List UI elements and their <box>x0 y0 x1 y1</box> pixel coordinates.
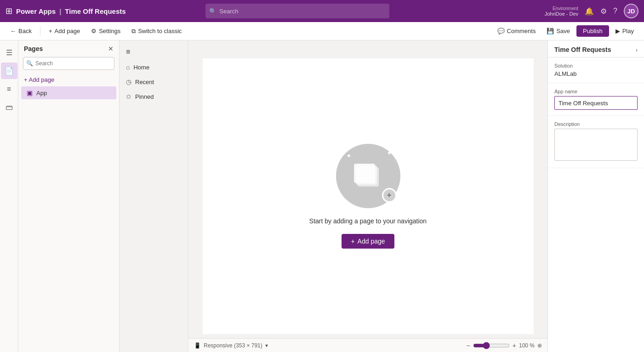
top-nav-right: Environment JohnDoe - Dev 🔔 ⚙ ? JD <box>545 4 638 18</box>
preview-nav-pinned[interactable]: ✩ Pinned <box>120 89 188 104</box>
icon-sidebar: ☰ 📄 ≡ 🗃 <box>0 40 18 352</box>
pages-stack-icon <box>350 158 387 194</box>
solution-value: ALMLab <box>554 70 638 77</box>
environment-label: Environment <box>553 6 578 11</box>
play-icon: ▶ <box>616 28 620 34</box>
grid-icon[interactable]: ⊞ <box>6 6 12 16</box>
pages-panel: Pages ✕ 🔍 + Add page ▣ App ••• <box>18 40 120 352</box>
preview-nav-recent-label: Recent <box>135 79 154 85</box>
back-icon: ← <box>10 28 16 34</box>
description-textarea[interactable] <box>554 129 638 161</box>
back-button[interactable]: ← Back <box>6 26 36 36</box>
zoom-out-button[interactable]: − <box>467 342 470 349</box>
add-page-label: Add page <box>55 28 80 34</box>
environment-info: Environment JohnDoe - Dev <box>545 6 578 17</box>
zoom-controls: − + 100 % ⊕ <box>467 342 542 349</box>
sidebar-list-icon[interactable]: ≡ <box>1 81 17 97</box>
pages-panel-close-button[interactable]: ✕ <box>108 45 114 52</box>
canvas-add-icon: + <box>351 238 354 245</box>
zoom-level: 100 % <box>519 342 535 349</box>
brand-name: Power Apps <box>16 7 56 15</box>
zoom-in-button[interactable]: + <box>513 342 516 349</box>
help-icon[interactable]: ? <box>613 7 617 15</box>
canvas-add-page-button[interactable]: + Add page <box>342 234 394 249</box>
notification-icon[interactable]: 🔔 <box>585 7 594 16</box>
sparkle-tr: ✦ <box>387 149 392 157</box>
fit-icon[interactable]: ⊕ <box>537 342 542 349</box>
pages-panel-title: Pages <box>24 45 43 52</box>
comments-button[interactable]: 💬 Comments <box>493 26 541 36</box>
pages-panel-header: Pages ✕ <box>18 40 119 57</box>
zoom-slider[interactable] <box>473 342 510 349</box>
pages-search-input[interactable] <box>23 57 114 70</box>
toolbar-divider-1 <box>40 27 40 36</box>
save-label: Save <box>556 28 570 34</box>
switch-classic-button[interactable]: ⧉ Switch to classic <box>127 26 186 37</box>
settings-icon[interactable]: ⚙ <box>600 7 607 16</box>
app-name-label: App name <box>554 89 638 94</box>
brand: Power Apps | Time Off Requests <box>16 7 126 15</box>
home-icon: ⌂ <box>126 63 130 71</box>
right-panel-title: Time Off Requests <box>554 46 611 53</box>
pages-search-container: 🔍 <box>23 57 114 70</box>
search-input[interactable] <box>205 4 389 18</box>
page-item-label: App <box>36 90 101 97</box>
page-item-icon: ▣ <box>27 89 33 97</box>
preview-navigation: ≡ ⌂ Home ◷ Recent ✩ Pinned <box>120 40 188 352</box>
comments-icon: 💬 <box>497 28 505 34</box>
sidebar-nav-icon[interactable]: ☰ <box>1 44 17 61</box>
toolbar: ← Back + Add page ⚙ Settings ⧉ Switch to… <box>0 22 644 40</box>
play-button[interactable]: ▶ Play <box>611 26 638 36</box>
switch-icon: ⧉ <box>131 28 136 35</box>
right-panel-header: Time Off Requests › <box>548 40 644 57</box>
canvas-add-label: Add page <box>358 238 385 245</box>
preview-menu-icon[interactable]: ≡ <box>120 44 188 60</box>
switch-classic-label: Switch to classic <box>138 28 182 34</box>
preview-nav-pinned-label: Pinned <box>135 93 154 100</box>
play-label: Play <box>622 28 634 34</box>
canvas-inner: ✦ ✦ ✦ + Start by adding a page to your n… <box>203 58 534 334</box>
settings-button[interactable]: ⚙ Settings <box>86 26 125 36</box>
save-button[interactable]: 💾 Save <box>542 26 575 36</box>
publish-label: Publish <box>583 28 603 34</box>
canvas-area: ✦ ✦ ✦ + Start by adding a page to your n… <box>188 40 547 352</box>
settings-label: Settings <box>99 28 120 34</box>
page-item-app[interactable]: ▣ App ••• <box>21 86 116 99</box>
add-page-panel-label: + Add page <box>24 76 54 83</box>
sidebar-data-icon[interactable]: 🗃 <box>1 99 17 116</box>
publish-button[interactable]: Publish <box>576 25 609 37</box>
app-name-section: App name <box>548 83 644 116</box>
responsive-chevron[interactable]: ▾ <box>265 342 268 349</box>
save-icon: 💾 <box>547 28 554 34</box>
canvas-placeholder-icon: ✦ ✦ ✦ + <box>336 144 400 208</box>
add-page-panel-button[interactable]: + Add page <box>18 74 119 86</box>
recent-icon: ◷ <box>126 78 131 85</box>
search-container: 🔍 <box>205 4 389 18</box>
pinned-icon: ✩ <box>126 93 131 100</box>
preview-nav-home-label: Home <box>133 64 149 71</box>
responsive-indicator[interactable]: 📱 <box>194 342 201 349</box>
app-name-input[interactable] <box>554 96 638 110</box>
preview-nav-recent[interactable]: ◷ Recent <box>120 74 188 89</box>
comments-label: Comments <box>507 28 536 34</box>
description-label: Description <box>554 121 638 127</box>
search-icon: 🔍 <box>209 8 217 15</box>
right-panel-chevron-icon[interactable]: › <box>636 46 638 53</box>
responsive-label: Responsive (353 × 791) <box>204 342 262 349</box>
solution-section: Solution ALMLab <box>548 57 644 83</box>
avatar[interactable]: JD <box>624 4 638 18</box>
app-name: Time Off Requests <box>65 7 125 15</box>
brand-separator: | <box>59 7 61 15</box>
back-label: Back <box>18 28 32 34</box>
sparkle-tl: ✦ <box>346 152 352 159</box>
toolbar-right: 💬 Comments 💾 Save Publish ▶ Play <box>493 25 638 37</box>
sidebar-pages-icon[interactable]: 📄 <box>1 62 17 79</box>
canvas-plus-badge: + <box>382 188 397 203</box>
description-section: Description <box>548 116 644 168</box>
main-layout: ☰ 📄 ≡ 🗃 Pages ✕ 🔍 + Add page ▣ App ••• ≡… <box>0 40 644 352</box>
right-panel: Time Off Requests › Solution ALMLab App … <box>547 40 644 352</box>
add-page-button[interactable]: + Add page <box>44 26 85 36</box>
environment-user: JohnDoe - Dev <box>545 11 578 17</box>
canvas-prompt-text: Start by adding a page to your navigatio… <box>309 217 427 225</box>
preview-nav-home[interactable]: ⌂ Home <box>120 60 188 74</box>
